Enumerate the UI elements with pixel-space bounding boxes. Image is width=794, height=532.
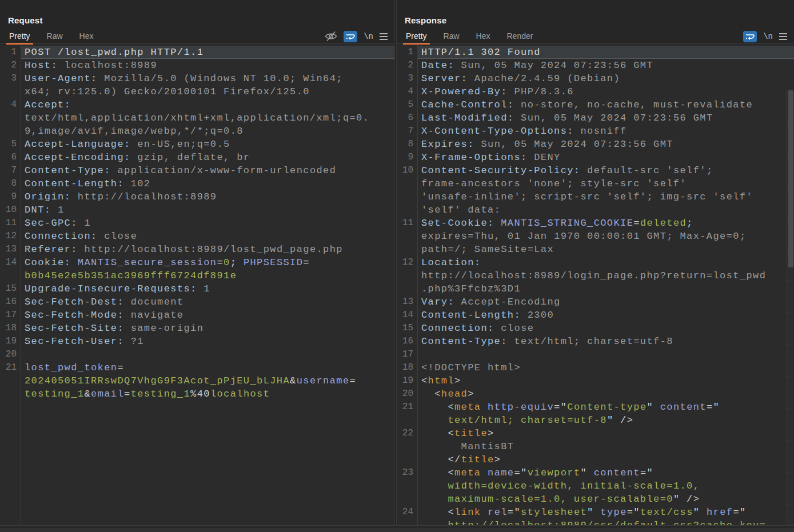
code-line[interactable]: 1POST /lost_pwd.php HTTP/1.1: [0, 46, 394, 59]
code-line[interactable]: 10DNT: 1: [0, 203, 394, 217]
code-line[interactable]: 3Server: Apache/2.4.59 (Debian): [397, 72, 794, 85]
code-text: Content-Type: application/x-www-form-url…: [25, 164, 393, 177]
code-line[interactable]: 14Content-Length: 2300: [397, 309, 794, 322]
code-line[interactable]: 9Origin: http://localhost:8989: [0, 190, 394, 203]
word-wrap-icon[interactable]: [743, 31, 757, 42]
code-line[interactable]: .php%3Ffcbz%3D1: [397, 282, 794, 295]
word-wrap-icon[interactable]: [344, 31, 357, 42]
line-number: 9: [397, 151, 413, 164]
code-line[interactable]: 6Accept-Encoding: gzip, deflate, br: [0, 151, 394, 164]
code-line[interactable]: text/html,application/xhtml+xml,applicat…: [0, 111, 394, 125]
code-line[interactable]: 8Expires: Sun, 05 May 2024 07:23:56 GMT: [397, 138, 794, 151]
tab-raw[interactable]: Raw: [47, 31, 63, 41]
hide-nonprintable-eye-icon[interactable]: [325, 31, 337, 42]
response-panel: Response PrettyRawHexRender \n 1HTTP/1.1…: [397, 0, 794, 525]
code-line[interactable]: 202405051IRRswDQ7VhgG9F3Acot_pPjEU_bLJHA…: [0, 374, 394, 387]
code-line[interactable]: 15Upgrade-Insecure-Requests: 1: [0, 282, 394, 295]
code-line[interactable]: 15Connection: close: [397, 322, 794, 335]
code-line[interactable]: 19<html>: [397, 374, 794, 387]
code-line[interactable]: text/html; charset=utf-8" />: [397, 414, 794, 427]
code-line[interactable]: 12Connection: close: [0, 230, 394, 243]
newline-chars-icon[interactable]: \n: [364, 32, 373, 41]
code-line[interactable]: 23 <meta name="viewport" content=": [397, 466, 794, 479]
code-line[interactable]: 19Sec-Fetch-User: ?1: [0, 335, 394, 348]
code-line[interactable]: 'unsafe-inline'; script-src 'self'; img-…: [397, 190, 794, 203]
code-text: Accept-Language: en-US,en;q=0.5: [25, 138, 393, 151]
line-number: 7: [0, 164, 17, 177]
code-line[interactable]: 11Set-Cookie: MANTIS_STRING_COOKIE=delet…: [397, 217, 794, 230]
code-line[interactable]: 13Vary: Accept-Encoding: [397, 295, 794, 309]
code-text: Connection: close: [421, 322, 793, 335]
code-text: X-Frame-Options: DENY: [421, 151, 793, 164]
code-line[interactable]: 7X-Content-Type-Options: nosniff: [397, 125, 794, 138]
tab-hex[interactable]: Hex: [79, 31, 94, 41]
request-editor[interactable]: 1POST /lost_pwd.php HTTP/1.12Host: local…: [0, 45, 394, 525]
code-line[interactable]: 5Accept-Language: en-US,en;q=0.5: [0, 138, 394, 151]
code-line[interactable]: 21 <meta http-equiv="Content-type" conte…: [397, 401, 794, 414]
code-line[interactable]: 10Content-Security-Policy: default-src '…: [397, 164, 794, 177]
code-line[interactable]: http://localhost:8989/login_page.php?ret…: [397, 269, 794, 282]
code-line[interactable]: testing_1&email=testing_1%40localhost: [0, 387, 394, 401]
line-number: 9: [0, 190, 17, 203]
code-line[interactable]: 2Date: Sun, 05 May 2024 07:23:56 GMT: [397, 59, 794, 72]
code-line[interactable]: 9X-Frame-Options: DENY: [397, 151, 794, 164]
menu-icon[interactable]: [380, 33, 388, 40]
line-number: 21: [397, 401, 413, 414]
scrollbar-thumb[interactable]: [788, 90, 793, 267]
code-line[interactable]: MantisBT: [397, 440, 794, 453]
tab-pretty[interactable]: Pretty: [9, 31, 30, 41]
code-line[interactable]: 16Sec-Fetch-Dest: document: [0, 295, 394, 309]
code-line[interactable]: frame-ancestors 'none'; style-src 'self': [397, 177, 794, 190]
code-line[interactable]: 2Host: localhost:8989: [0, 59, 394, 72]
code-line[interactable]: 5Cache-Control: no-store, no-cache, must…: [397, 98, 794, 111]
code-text: <meta http-equiv="Content-type" content=…: [421, 401, 793, 414]
code-line[interactable]: 6Last-Modified: Sun, 05 May 2024 07:23:5…: [397, 111, 794, 125]
response-scrollbar[interactable]: [787, 89, 794, 525]
code-line[interactable]: 1HTTP/1.1 302 Found: [397, 46, 794, 59]
code-line[interactable]: width=device-width, initial-scale=1.0,: [397, 479, 794, 493]
code-line[interactable]: 17Sec-Fetch-Mode: navigate: [0, 309, 394, 322]
code-line[interactable]: expires=Thu, 01 Jan 1970 00:00:01 GMT; M…: [397, 230, 794, 243]
code-line[interactable]: 18<!DOCTYPE html>: [397, 361, 794, 374]
menu-icon[interactable]: [779, 33, 787, 40]
response-editor[interactable]: 1HTTP/1.1 302 Found2Date: Sun, 05 May 20…: [397, 45, 794, 525]
code-line[interactable]: http://localhost:8989/css/default.css?ca…: [397, 519, 794, 525]
code-line[interactable]: 24 <link rel="stylesheet" type="text/css…: [397, 506, 794, 519]
tab-raw[interactable]: Raw: [444, 31, 460, 41]
line-number: 16: [397, 335, 413, 348]
code-line[interactable]: 13Referer: http://localhost:8989/lost_pw…: [0, 243, 394, 256]
code-line[interactable]: 16Content-Type: text/html; charset=utf-8: [397, 335, 794, 348]
code-line[interactable]: 3User-Agent: Mozilla/5.0 (Windows NT 10.…: [0, 72, 394, 85]
newline-chars-icon[interactable]: \n: [763, 32, 773, 41]
code-text: Origin: http://localhost:8989: [25, 190, 393, 203]
bottom-scroll-strip[interactable]: [0, 529, 794, 532]
tab-render[interactable]: Render: [507, 31, 533, 41]
tab-hex[interactable]: Hex: [476, 31, 490, 41]
code-line[interactable]: 18Sec-Fetch-Site: same-origin: [0, 322, 394, 335]
code-line[interactable]: x64; rv:125.0) Gecko/20100101 Firefox/12…: [0, 85, 394, 98]
code-line[interactable]: maximum-scale=1.0, user-scalable=0" />: [397, 493, 794, 506]
code-line[interactable]: 20: [0, 348, 394, 361]
code-line[interactable]: 8Content-Length: 102: [0, 177, 394, 190]
code-line[interactable]: 11Sec-GPC: 1: [0, 217, 394, 230]
code-line[interactable]: 12Location:: [397, 256, 794, 269]
code-line[interactable]: 21lost_pwd_token=: [0, 361, 394, 374]
request-panel: Request PrettyRawHex \n: [0, 0, 395, 525]
code-line[interactable]: 22 <title>: [397, 427, 794, 440]
code-line[interactable]: 'self' data:: [397, 203, 794, 217]
code-text: User-Agent: Mozilla/5.0 (Windows NT 10.0…: [25, 72, 393, 85]
code-line[interactable]: 4X-Powered-By: PHP/8.3.6: [397, 85, 794, 98]
code-line[interactable]: b0b45e2e5b351ac3969fff6724df891e: [0, 269, 394, 282]
tab-pretty[interactable]: Pretty: [406, 31, 427, 41]
code-line[interactable]: path=/; SameSite=Lax: [397, 243, 794, 256]
code-line[interactable]: 4Accept:: [0, 98, 394, 111]
code-line[interactable]: 20 <head>: [397, 387, 794, 401]
code-line[interactable]: 14Cookie: MANTIS_secure_session=0; PHPSE…: [0, 256, 394, 269]
code-line[interactable]: </title>: [397, 453, 794, 466]
code-text: Server: Apache/2.4.59 (Debian): [421, 72, 793, 85]
code-text: Referer: http://localhost:8989/lost_pwd_…: [25, 243, 393, 256]
code-line[interactable]: 9,image/avif,image/webp,*/*;q=0.8: [0, 125, 394, 138]
line-number: 15: [0, 282, 17, 295]
code-line[interactable]: 7Content-Type: application/x-www-form-ur…: [0, 164, 394, 177]
code-line[interactable]: 17: [397, 348, 794, 361]
